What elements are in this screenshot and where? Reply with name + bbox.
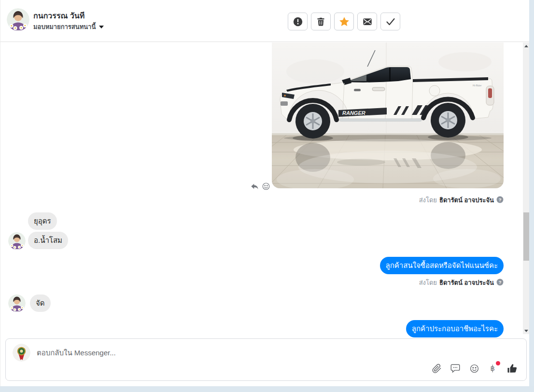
message-bubble-incoming[interactable]: จัด xyxy=(30,294,51,312)
chat-scrollbar[interactable] xyxy=(523,42,530,334)
sent-by-label: ส่งโดย xyxy=(419,195,437,205)
svg-text:Hi-Rider: Hi-Rider xyxy=(473,84,482,87)
scrollbar-thumb[interactable] xyxy=(523,212,529,261)
saved-replies-icon[interactable] xyxy=(450,363,461,374)
message-bubble-outgoing[interactable]: ลูกค้าสนใจซื้อสดหรือจัดไฟแนนซ์คะ xyxy=(380,257,504,274)
ranger-decal-text: RANGER xyxy=(342,110,365,116)
message-photo-attachment[interactable]: Hi-Rider RANGER xyxy=(272,42,504,188)
page-background xyxy=(0,386,534,392)
svg-text:?: ? xyxy=(499,280,502,284)
react-emoji-icon[interactable] xyxy=(262,182,270,193)
scroll-up-arrow[interactable] xyxy=(523,42,530,49)
reply-icon[interactable] xyxy=(250,182,259,193)
message-bubble-incoming[interactable]: ยุอุดร xyxy=(28,212,57,230)
chevron-down-icon xyxy=(99,26,104,28)
delete-button[interactable] xyxy=(311,13,331,30)
message-bubble-outgoing[interactable]: ลูกค้าประกอบอาชีพอะไรคะ xyxy=(406,320,504,337)
trash-icon xyxy=(316,16,326,27)
sender-avatar[interactable] xyxy=(8,294,26,312)
vehicle-photo: Hi-Rider RANGER xyxy=(272,42,504,188)
conversation-header: กนกวรรณ วันที มอบหมายการสนทนานี้ xyxy=(0,0,530,42)
message-bubble-incoming[interactable]: อ.น้ำโสม xyxy=(28,232,68,249)
sent-by-label: ส่งโดย xyxy=(419,278,437,288)
assign-conversation-label: มอบหมายการสนทนานี้ xyxy=(33,22,96,32)
sender-avatar[interactable] xyxy=(8,232,26,250)
page-avatar xyxy=(13,344,30,362)
help-circle-icon[interactable]: ? xyxy=(496,279,504,287)
reply-input[interactable] xyxy=(37,345,375,360)
envelope-icon xyxy=(362,16,373,27)
report-button[interactable] xyxy=(288,13,308,30)
exclamation-circle-icon xyxy=(293,16,303,27)
sender-name: ธิดารัตน์ อาจประจัน xyxy=(439,278,494,288)
sent-by-row: ส่งโดย ธิดารัตน์ อาจประจัน ? xyxy=(419,278,504,288)
check-icon xyxy=(385,16,396,28)
follow-up-button[interactable] xyxy=(334,13,354,30)
conversation-panel: กนกวรรณ วันที มอบหมายการสนทนานี้ xyxy=(0,0,529,386)
composer-toolbar: B xyxy=(431,363,518,374)
sender-name: ธิดารัตน์ อาจประจัน xyxy=(439,195,494,205)
scroll-down-arrow[interactable] xyxy=(523,327,530,334)
page-inbox-window: กนกวรรณ วันที มอบหมายการสนทนานี้ xyxy=(0,0,534,392)
paperclip-icon[interactable] xyxy=(431,363,442,374)
reply-composer: B xyxy=(5,338,527,381)
mark-unread-button[interactable] xyxy=(357,13,377,30)
sent-by-row: ส่งโดย ธิดารัตน์ อาจประจัน ? xyxy=(419,195,504,205)
contact-avatar[interactable] xyxy=(7,8,29,31)
help-circle-icon[interactable]: ? xyxy=(496,196,504,205)
assign-conversation-dropdown[interactable]: มอบหมายการสนทนานี้ xyxy=(33,22,104,32)
page-background xyxy=(529,0,534,392)
payment-icon[interactable]: B xyxy=(487,363,499,374)
contact-name: กนกวรรณ วันที xyxy=(33,10,84,22)
notification-badge xyxy=(496,361,500,365)
star-icon xyxy=(338,16,350,28)
header-action-toolbar xyxy=(288,13,400,30)
mark-done-button[interactable] xyxy=(380,13,400,30)
emoji-icon[interactable] xyxy=(468,363,480,374)
svg-text:?: ? xyxy=(499,197,502,202)
like-icon[interactable] xyxy=(506,363,518,374)
